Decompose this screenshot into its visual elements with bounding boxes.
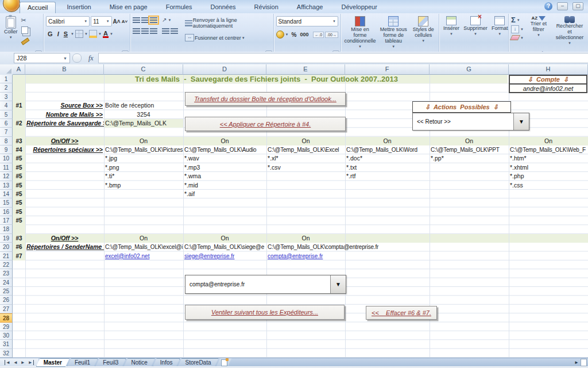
cell-A20[interactable]: #6 — [13, 243, 25, 251]
cell-H9[interactable]: C:\@Temp_Mails_OLK\Web_F — [509, 145, 588, 154]
format-cells-button[interactable]: Format▼ — [490, 15, 510, 51]
column-header-F[interactable]: F — [345, 64, 430, 75]
font-name-select[interactable]: Calibri▼ — [46, 16, 90, 26]
orientation-icon[interactable]: ↗ — [162, 17, 167, 23]
appliquer-button[interactable]: << Appliquer ce Répertoire à #4. — [185, 117, 346, 131]
row-header-2[interactable]: 2 — [0, 83, 13, 92]
find-select-button[interactable]: Rechercher et sélectionner▼ — [554, 15, 586, 51]
row-header-25[interactable]: 25 — [0, 287, 13, 296]
cell-D8[interactable]: On — [183, 137, 266, 145]
clear-icon[interactable] — [510, 35, 520, 40]
cell-F9[interactable]: C:\@Temp_Mails_OLK\Word — [345, 145, 430, 154]
decrease-indent-icon[interactable] — [162, 28, 169, 34]
cell-A15[interactable]: #5 — [13, 198, 25, 207]
row-header-29[interactable]: 29 — [0, 323, 13, 331]
tab-mise-en-page[interactable]: Mise en page — [102, 2, 155, 13]
cell-G10[interactable]: *.pp* — [430, 154, 509, 163]
ventiler-button[interactable]: Ventiler suivant tous les Expéditeurs... — [185, 305, 345, 320]
compta-combobox[interactable]: compta@entreprise.fr ▼ — [185, 275, 346, 294]
cell-G8[interactable]: On — [430, 137, 509, 145]
cell-A4[interactable]: #1 — [13, 101, 25, 110]
row-header-22[interactable]: 22 — [0, 260, 13, 269]
cell-C4[interactable]: Boîte de réception — [104, 101, 183, 110]
tab-données[interactable]: Données — [203, 2, 243, 13]
formula-bar-splitter[interactable] — [72, 53, 82, 63]
row-header-15[interactable]: 15 — [0, 198, 13, 207]
row-header-30[interactable]: 30 — [0, 331, 13, 340]
cell-C9[interactable]: C:\@Temp_Mails_OLK\Pictures — [104, 145, 183, 154]
cut-icon[interactable]: ✂ — [21, 17, 29, 24]
cell-D20[interactable]: C:\@Temp_Mails_OLK\siege@e — [183, 243, 266, 251]
row-header-16[interactable]: 16 — [0, 208, 13, 216]
number-format-select[interactable]: Standard▼ — [276, 16, 338, 26]
italic-button[interactable]: I — [56, 30, 61, 37]
merge-center-button[interactable]: ↔ Fusionner et centrer▼ — [184, 33, 270, 42]
row-header-3[interactable]: 3 — [0, 93, 13, 101]
cell-A19[interactable]: #3 — [13, 234, 25, 243]
borders-icon[interactable] — [75, 30, 83, 38]
align-bottom-icon[interactable] — [150, 17, 157, 23]
increase-indent-icon[interactable] — [171, 28, 178, 34]
cell-D13[interactable]: *.mid — [183, 181, 266, 190]
cell-D19[interactable]: On — [183, 234, 266, 243]
cell-A17[interactable]: #5 — [13, 216, 25, 225]
cell-B20[interactable]: Répertoires / SenderName >> — [25, 243, 104, 251]
tab-révision[interactable]: Révision — [247, 2, 286, 13]
shrink-font-icon[interactable]: A˅ — [122, 19, 127, 24]
align-right-icon[interactable] — [150, 28, 157, 34]
cell-B8[interactable]: On/Off >> — [25, 137, 104, 145]
cell-H12[interactable]: *.php — [509, 172, 588, 181]
cell-B4[interactable]: Source Box >> — [25, 101, 104, 110]
cell-F8[interactable]: On — [345, 137, 430, 145]
cell-E11[interactable]: *.csv — [266, 163, 345, 172]
row-header-31[interactable]: 31 — [0, 340, 13, 348]
cell-E19[interactable]: On — [266, 234, 345, 243]
row-header-32[interactable]: 32 — [0, 349, 13, 358]
cell-H11[interactable]: *.xhtml — [509, 163, 588, 172]
retour-combobox-arrow-icon[interactable]: ▼ — [513, 113, 529, 130]
row-header-17[interactable]: 17 — [0, 216, 13, 225]
fill-color-icon[interactable] — [89, 30, 97, 38]
delete-cells-button[interactable]: Supprimer▼ — [462, 15, 489, 51]
sheet-tab-feuil1[interactable]: Feuil1 — [67, 358, 98, 367]
cell-C10[interactable]: *.jpg — [104, 154, 183, 163]
row-header-6[interactable]: 6 — [0, 119, 13, 128]
office-button-icon[interactable] — [3, 0, 20, 12]
horizontal-scrollbar-thumb[interactable] — [581, 359, 587, 366]
row-header-12[interactable]: 12 — [0, 172, 13, 181]
help-icon[interactable]: ? — [544, 2, 552, 10]
cell-C21[interactable]: excel@info02.net — [104, 252, 183, 260]
cell-A16[interactable]: #5 — [13, 208, 25, 216]
cell-A13[interactable]: #5 — [13, 181, 25, 190]
fill-icon[interactable]: ↓ — [511, 25, 519, 33]
select-all-corner[interactable] — [0, 64, 13, 75]
row-header-23[interactable]: 23 — [0, 269, 13, 278]
minimize-button[interactable]: – — [557, 2, 568, 10]
grow-font-icon[interactable]: A˄ — [113, 18, 121, 25]
next-sheet-icon[interactable]: ► — [21, 360, 25, 365]
paste-button[interactable]: Coller▼ — [2, 15, 20, 43]
restore-button[interactable]: ▢ — [572, 2, 583, 10]
align-left-icon[interactable] — [133, 28, 140, 34]
column-header-C[interactable]: C — [104, 64, 183, 75]
insert-function-button[interactable]: fx — [84, 54, 98, 63]
sort-filter-button[interactable]: AZ Trier et filtrer▼ — [525, 15, 552, 51]
underline-dropdown-icon[interactable]: ▼ — [71, 32, 74, 36]
prev-sheet-icon[interactable]: ◄ — [13, 360, 18, 365]
retour-combobox[interactable]: << Retour >> ▼ — [412, 113, 529, 131]
conditional-formatting-button[interactable]: Mise en forme conditionnelle▼ — [343, 15, 377, 51]
cell-H13[interactable]: *.css — [509, 181, 588, 190]
increase-decimal-button[interactable]: ←.0 — [313, 32, 324, 38]
cell-C20[interactable]: C:\@Temp_Mails_OLK\excel@i — [104, 243, 183, 251]
underline-button[interactable]: S — [62, 30, 69, 37]
cell-E8[interactable]: On — [266, 137, 345, 145]
cell-D14[interactable]: *.aif — [183, 190, 266, 198]
row-header-4[interactable]: 4 — [0, 101, 13, 110]
cell-H8[interactable]: On — [509, 137, 588, 145]
column-header-D[interactable]: D — [183, 64, 266, 75]
column-header-E[interactable]: E — [266, 64, 345, 75]
cell-E9[interactable]: C:\@Temp_Mails_OLK\Excel — [266, 145, 345, 154]
font-color-icon[interactable]: A — [103, 30, 109, 38]
column-header-A[interactable]: A — [13, 64, 25, 75]
name-box-dropdown-icon[interactable]: ▼ — [63, 56, 67, 60]
